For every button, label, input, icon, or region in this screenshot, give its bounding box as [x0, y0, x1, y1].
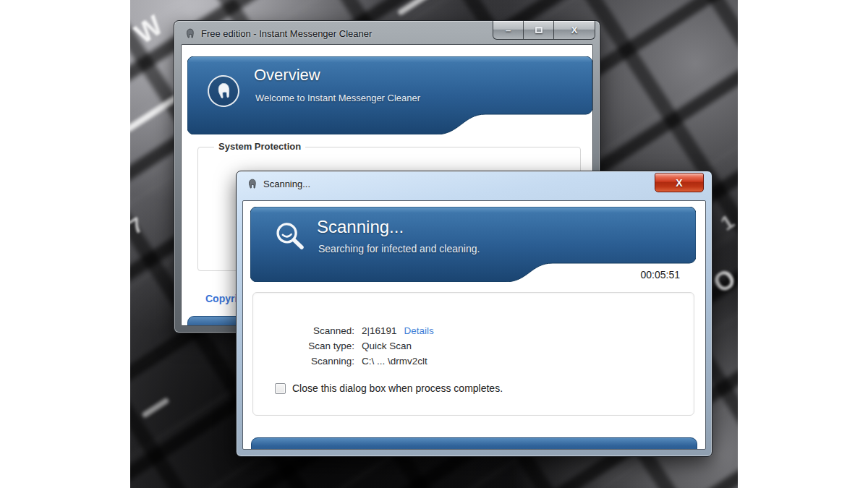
main-window-title: Free edition - Instant Messenger Cleaner: [201, 28, 372, 39]
scanned-value: 2|16191: [362, 325, 397, 336]
caption-buttons: – X: [493, 21, 595, 40]
banner-icon-wrap: [208, 75, 239, 107]
elapsed-time: 00:05:51: [641, 269, 681, 281]
close-on-complete-checkbox[interactable]: [275, 383, 286, 394]
scanning-path-label: Scanning:: [268, 356, 354, 367]
banner-subtitle: Welcome to Instant Messenger Cleaner: [255, 93, 420, 103]
scanning-path-row: Scanning: C:\ ... \drmv2clt: [268, 354, 435, 369]
close-button[interactable]: X: [554, 21, 595, 39]
maximize-icon: [535, 27, 542, 33]
scan-type-value: Quick Scan: [362, 341, 412, 351]
dialog-close-button[interactable]: X: [655, 173, 704, 192]
scanning-dialog-client-area: Scanning... Searching for infected and c…: [242, 200, 706, 450]
scanning-path-value: C:\ ... \drmv2clt: [362, 356, 427, 367]
banner-title: Scanning...: [317, 217, 404, 237]
banner-subtitle: Searching for infected and cleaning.: [318, 243, 480, 254]
helmet-circle-icon: [206, 74, 241, 108]
desktop: W 7 1 O Free edition - Instant Messenger…: [0, 0, 868, 488]
overview-banner: Overview Welcome to Instant Messenger Cl…: [187, 56, 592, 134]
scanning-dialog: Scanning... X: [236, 171, 712, 457]
main-window-titlebar[interactable]: Free edition - Instant Messenger Cleaner: [184, 27, 372, 40]
details-link[interactable]: Details: [404, 325, 434, 336]
helmet-icon: [213, 80, 235, 103]
scanning-banner: Scanning... Searching for infected and c…: [250, 207, 696, 282]
scanning-dialog-titlebar[interactable]: Scanning...: [246, 178, 310, 190]
maximize-button[interactable]: [524, 21, 554, 39]
system-protection-label: System Protection: [214, 141, 305, 152]
scanning-dialog-title: Scanning...: [263, 179, 310, 189]
close-on-complete-label[interactable]: Close this dialog box when process compl…: [292, 382, 503, 394]
scan-type-label: Scan type:: [268, 341, 354, 351]
close-on-complete-row: Close this dialog box when process compl…: [275, 382, 503, 394]
scanned-row: Scanned: 2|16191 Details: [268, 323, 435, 338]
app-helmet-icon: [184, 27, 196, 40]
magnifier-icon: [272, 218, 309, 255]
banner-title: Overview: [254, 66, 320, 85]
app-helmet-icon: [246, 178, 258, 190]
scan-details-panel: Scanned: 2|16191 Details Scan type: Quic…: [252, 292, 694, 416]
scanned-label: Scanned:: [268, 325, 354, 336]
scan-detail-rows: Scanned: 2|16191 Details Scan type: Quic…: [268, 323, 435, 369]
scan-type-row: Scan type: Quick Scan: [268, 338, 435, 354]
banner-icon-wrap: [273, 220, 308, 254]
minimize-button[interactable]: –: [493, 21, 524, 39]
scan-progress-bar: [251, 437, 697, 450]
